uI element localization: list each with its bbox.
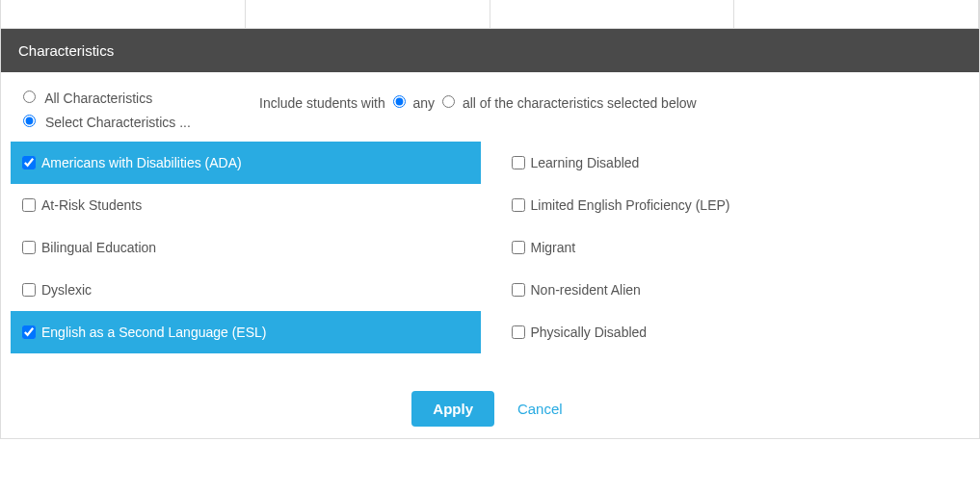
section-title: Characteristics — [18, 42, 114, 59]
list-item-checkbox[interactable] — [512, 198, 525, 212]
list-item-label: Migrant — [531, 240, 576, 255]
apply-button[interactable]: Apply — [411, 391, 494, 427]
mode-all-radio[interactable] — [23, 91, 36, 103]
list-item-label: English as a Second Language (ESL) — [41, 325, 267, 340]
list-item-checkbox[interactable] — [512, 283, 525, 297]
list-item[interactable]: English as a Second Language (ESL) — [11, 311, 481, 353]
left-characteristics-list[interactable]: Americans with Disabilities (ADA)At-Risk… — [11, 142, 481, 377]
include-all-label: all of the characteristics selected belo… — [463, 95, 697, 111]
list-item-checkbox[interactable] — [512, 241, 525, 254]
list-item-label: Bilingual Education — [41, 240, 156, 255]
list-item[interactable]: Dyslexic — [11, 269, 481, 311]
list-item-label: Non-resident Alien — [531, 282, 641, 298]
cancel-button[interactable]: Cancel — [512, 400, 569, 418]
characteristics-panel: Characteristics All Characteristics Sele… — [0, 0, 980, 439]
list-item-label: Physically Disabled — [531, 325, 648, 340]
list-item-label: Limited English Proficiency (LEP) — [531, 197, 730, 213]
list-item[interactable]: Physically Disabled — [500, 311, 970, 353]
mode-select-radio[interactable] — [23, 115, 36, 127]
prev-section-stub — [1, 0, 979, 29]
list-item-checkbox[interactable] — [22, 198, 36, 212]
include-any-label: any — [413, 95, 436, 111]
list-item[interactable]: Learning Disabled — [500, 142, 970, 184]
list-item-checkbox[interactable] — [512, 156, 525, 169]
list-item-label: Dyslexic — [41, 282, 92, 298]
mode-select-label: Select Characteristics ... — [45, 115, 191, 130]
lists-row: Americans with Disabilities (ADA)At-Risk… — [1, 142, 979, 377]
list-item-label: At-Risk Students — [41, 197, 142, 213]
section-header: Characteristics — [1, 29, 979, 72]
mode-all-option[interactable]: All Characteristics — [18, 88, 259, 106]
include-column: Include students with any all of the cha… — [259, 82, 962, 111]
right-characteristics-list[interactable]: Learning DisabledLimited English Profici… — [500, 142, 970, 377]
list-item-checkbox[interactable] — [512, 325, 525, 339]
list-item[interactable]: Bilingual Education — [11, 226, 481, 269]
list-item-label: Americans with Disabilities (ADA) — [41, 155, 242, 170]
include-prefix: Include students with — [259, 95, 385, 111]
list-item-checkbox[interactable] — [22, 325, 36, 339]
list-item[interactable]: Americans with Disabilities (ADA) — [11, 142, 481, 184]
controls-row: All Characteristics Select Characteristi… — [1, 72, 979, 142]
list-item-checkbox[interactable] — [22, 241, 36, 254]
list-item-checkbox[interactable] — [22, 156, 36, 169]
mode-select-option[interactable]: Select Characteristics ... — [18, 112, 259, 130]
list-item[interactable]: Limited English Proficiency (LEP) — [500, 184, 970, 226]
list-item[interactable]: Non-resident Alien — [500, 269, 970, 311]
list-item[interactable]: Migrant — [500, 226, 970, 269]
list-item-label: Learning Disabled — [531, 155, 640, 170]
mode-all-label: All Characteristics — [44, 91, 152, 106]
list-item-checkbox[interactable] — [22, 283, 36, 297]
mode-column: All Characteristics Select Characteristi… — [18, 82, 259, 136]
include-all-radio[interactable] — [442, 95, 455, 108]
include-any-radio[interactable] — [393, 95, 406, 108]
actions-row: Apply Cancel — [1, 377, 979, 430]
list-item[interactable]: At-Risk Students — [11, 184, 481, 226]
